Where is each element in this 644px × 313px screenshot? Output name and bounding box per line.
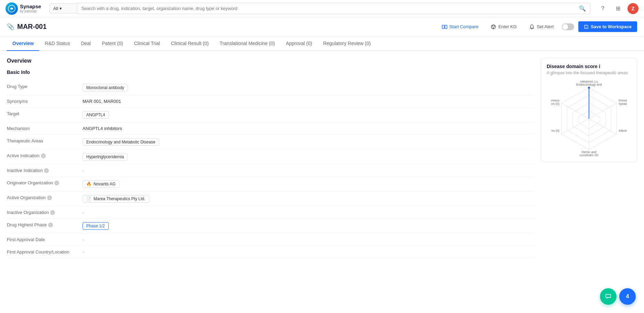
user-avatar[interactable]: Z — [627, 3, 638, 14]
disease-panel-help-icon[interactable]: i — [599, 64, 600, 69]
svg-text:Infectious (0): Infectious (0) — [619, 129, 627, 132]
toggle-track[interactable] — [562, 23, 574, 30]
save-to-workspace-button[interactable]: Save to Workspace — [578, 21, 637, 32]
compare-button[interactable]: Start Compare — [438, 22, 483, 32]
alert-toggle[interactable] — [562, 23, 574, 30]
tab-overview[interactable]: Overview — [7, 36, 39, 51]
info-row-therapeutic-areas: Therapeutic Areas Endocrinology and Meta… — [7, 135, 534, 150]
chat-button[interactable] — [600, 288, 616, 305]
tab-clinical-trial[interactable]: Clinical Trial — [129, 36, 165, 51]
chevron-down-icon: ▾ — [59, 6, 62, 11]
help-button[interactable]: ? — [597, 3, 608, 14]
label-drug-type: Drug Type — [7, 84, 83, 89]
alert-label: Set Alert — [537, 24, 554, 29]
disease-domain-panel: Disease domain score i A glimpse into th… — [541, 58, 637, 162]
label-inactive-indication: Inactive Indication i — [7, 168, 83, 173]
info-row-originator-org: Originator Organization i 🔥 Novartis AG — [7, 177, 534, 192]
logo-area: Synapse by patsnap — [6, 2, 41, 15]
compare-label: Start Compare — [449, 24, 479, 29]
search-type-select[interactable]: All ▾ — [50, 3, 77, 13]
disease-panel-subtitle: A glimpse into the focused therapeutic a… — [547, 71, 631, 75]
label-therapeutic-areas: Therapeutic Areas — [7, 138, 83, 143]
label-first-approval-location: First Approval Country/Location — [7, 249, 83, 255]
tab-translational-medicine[interactable]: Translational Medicine (0) — [214, 36, 281, 51]
info-row-inactive-org: Inactive Organization i - — [7, 206, 534, 219]
disease-panel-title: Disease domain score i — [547, 64, 631, 69]
tab-clinical-result[interactable]: Clinical Result (0) — [165, 36, 214, 51]
label-target: Target — [7, 111, 83, 116]
info-row-mechanism: Mechanism ANGPTL4 inhibitors — [7, 122, 534, 135]
apps-button[interactable]: ⊞ — [612, 3, 623, 14]
notification-count: 4 — [626, 293, 629, 300]
label-active-org: Active Organization i — [7, 195, 83, 200]
svg-text:Endocrinology and: Endocrinology and — [576, 83, 602, 86]
info-row-first-approval-date: First Approval Date - — [7, 234, 534, 246]
compare-icon — [442, 24, 447, 30]
inactive-org-dash: - — [83, 210, 84, 215]
value-therapeutic-areas: Endocrinology and Metabolic Disease — [83, 138, 534, 146]
label-synonyms: Synonyms — [7, 99, 83, 104]
svg-rect-2 — [442, 25, 444, 29]
value-drug-type: Monoclonal antibody — [83, 84, 534, 91]
svg-rect-11 — [585, 27, 587, 29]
chat-icon — [605, 293, 612, 300]
notification-button[interactable]: 4 — [619, 288, 636, 305]
save-icon — [584, 24, 589, 29]
enter-kg-button[interactable]: Enter KG — [487, 22, 521, 32]
originator-org-help-icon[interactable]: i — [54, 181, 59, 185]
value-mechanism: ANGPTL4 inhibitors — [83, 126, 534, 131]
tab-regulatory-review[interactable]: Regulatory Review (0) — [318, 36, 376, 51]
svg-line-9 — [494, 26, 494, 28]
radar-container: Endocrinology and Metabolic (1) Immune S… — [547, 81, 631, 156]
originator-org-tag[interactable]: 🔥 Novartis AG — [83, 180, 119, 188]
tabs-bar: Overview R&D Status Deal Patent (0) Clin… — [0, 36, 644, 51]
save-label: Save to Workspace — [591, 24, 632, 29]
active-org-help-icon[interactable]: i — [47, 195, 52, 200]
content-scroll: Overview Basic Info Drug Type Monoclonal… — [0, 51, 644, 313]
drug-highest-phase-help-icon[interactable]: i — [48, 223, 53, 227]
inactive-indication-dash: - — [83, 168, 84, 173]
svg-text:Nervous: Nervous — [551, 99, 559, 102]
set-alert-button[interactable]: Set Alert — [525, 22, 558, 32]
svg-line-8 — [492, 26, 493, 28]
tab-patent[interactable]: Patent (0) — [96, 36, 128, 51]
tab-deal[interactable]: Deal — [75, 36, 96, 51]
first-approval-date-dash: - — [83, 237, 84, 242]
label-first-approval-date: First Approval Date — [7, 237, 83, 242]
info-row-inactive-indication: Inactive Indication i - — [7, 164, 534, 177]
drug-actions: Start Compare Enter KG Set Alert — [438, 21, 637, 32]
info-row-active-org: Active Organization i 📄 Marea Therapeuti… — [7, 192, 534, 206]
tab-rd-status[interactable]: R&D Status — [39, 36, 75, 51]
value-target: ANGPTL4 — [83, 111, 534, 119]
search-input[interactable] — [81, 6, 579, 11]
value-originator-org: 🔥 Novartis AG — [83, 180, 534, 188]
info-row-drug-highest-phase: Drug Highest Phase i Phase 1/2 — [7, 219, 534, 234]
drug-type-tag: Monoclonal antibody — [83, 84, 128, 91]
target-tag[interactable]: ANGPTL4 — [83, 111, 109, 119]
tab-approval[interactable]: Approval (0) — [280, 36, 317, 51]
inactive-org-help-icon[interactable]: i — [50, 210, 55, 215]
value-active-indication: Hypertriglyceridemia — [83, 153, 534, 161]
inactive-indication-help-icon[interactable]: i — [44, 168, 49, 173]
active-indication-help-icon[interactable]: i — [41, 153, 46, 158]
label-originator-org: Originator Organization i — [7, 180, 83, 185]
search-container: All ▾ 🔍 — [50, 3, 590, 14]
search-type-label: All — [53, 6, 58, 11]
value-active-org: 📄 Marea Therapeutics Pty Ltd. — [83, 195, 534, 203]
svg-text:Lymphatic (0): Lymphatic (0) — [580, 153, 598, 156]
section-title: Overview — [7, 58, 534, 64]
navbar: Synapse by patsnap All ▾ 🔍 ? ⊞ Z — [0, 0, 644, 17]
therapeutic-areas-tag: Endocrinology and Metabolic Disease — [83, 138, 159, 146]
drug-header: 📎 MAR-001 Start Compare Enter KG — [0, 17, 644, 36]
svg-point-24 — [588, 87, 590, 89]
label-active-indication: Active Indication i — [7, 153, 83, 158]
content-left: Overview Basic Info Drug Type Monoclonal… — [7, 58, 534, 258]
doc-icon: 📄 — [86, 196, 91, 201]
flame-icon: 🔥 — [86, 182, 91, 186]
active-org-tag[interactable]: 📄 Marea Therapeutics Pty Ltd. — [83, 195, 149, 203]
info-row-drug-type: Drug Type Monoclonal antibody — [7, 80, 534, 95]
value-synonyms: MAR 001, MAR001 — [83, 99, 534, 104]
kg-label: Enter KG — [498, 24, 516, 29]
info-row-target: Target ANGPTL4 — [7, 108, 534, 122]
brand-sub: by patsnap — [20, 9, 41, 13]
